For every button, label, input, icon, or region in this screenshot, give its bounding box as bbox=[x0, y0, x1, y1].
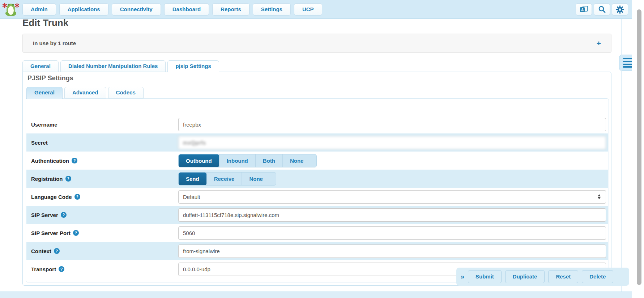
field-label: Transport bbox=[31, 266, 56, 272]
search-icon[interactable] bbox=[594, 3, 610, 16]
field-label-cell: Transport? bbox=[26, 266, 178, 272]
form-action-bar: » SubmitDuplicateResetDelete bbox=[456, 268, 629, 286]
expand-plus-icon[interactable]: + bbox=[597, 39, 601, 48]
form-row-secret: Secret bbox=[26, 133, 608, 152]
scrollbar-thumb[interactable] bbox=[637, 9, 641, 285]
field-control-cell: OutboundInboundBothNone bbox=[178, 154, 608, 167]
subtab-general[interactable]: General bbox=[26, 87, 63, 99]
form-row-language-code: Language Code?Default bbox=[26, 188, 608, 206]
subtab-advanced[interactable]: Advanced bbox=[64, 87, 106, 98]
field-label-cell: SIP Server Port? bbox=[26, 230, 178, 236]
field-control-cell bbox=[178, 136, 608, 149]
language-icon[interactable]: A bbox=[576, 3, 592, 16]
field-label-cell: Secret bbox=[26, 140, 178, 146]
form-row-username: Username bbox=[26, 115, 608, 133]
field-label: Context bbox=[31, 248, 51, 254]
nav-item-dashboard[interactable]: Dashboard bbox=[164, 3, 209, 16]
authentication-option-outbound[interactable]: Outbound bbox=[179, 154, 219, 167]
usage-panel[interactable]: In use by 1 route + bbox=[22, 34, 611, 53]
action-buttons: SubmitDuplicateResetDelete bbox=[468, 270, 613, 283]
list-icon bbox=[623, 58, 632, 68]
language-code-select[interactable]: Default bbox=[178, 190, 606, 204]
nav-item-connectivity[interactable]: Connectivity bbox=[112, 3, 161, 16]
field-label: SIP Server Port bbox=[31, 230, 71, 236]
field-label: Username bbox=[31, 122, 57, 128]
authentication-toggle-group: OutboundInboundBothNone bbox=[178, 154, 317, 167]
toggle-group-pad bbox=[270, 173, 276, 185]
nav-icon-buttons: A bbox=[576, 3, 628, 16]
field-control-cell: SendReceiveNone bbox=[178, 172, 608, 186]
top-navbar: AdminApplicationsConnectivityDashboardRe… bbox=[0, 0, 632, 19]
help-icon[interactable]: ? bbox=[74, 194, 80, 200]
field-label-cell: Username bbox=[26, 122, 178, 128]
page-footer bbox=[0, 291, 632, 298]
help-icon[interactable]: ? bbox=[73, 230, 79, 236]
tab-dialed-number-manipulation-rules[interactable]: Dialed Number Manipulation Rules bbox=[60, 60, 166, 72]
field-label-cell: Registration? bbox=[26, 176, 178, 182]
page-title: Edit Trunk bbox=[22, 17, 68, 29]
field-label-cell: Language Code? bbox=[26, 194, 178, 200]
tab-pjsip-settings[interactable]: pjsip Settings bbox=[167, 60, 219, 72]
form-row-sip-server-port: SIP Server Port? bbox=[26, 224, 608, 242]
field-control-cell bbox=[178, 226, 608, 240]
usage-text: In use by 1 route bbox=[33, 40, 76, 46]
nav-item-applications[interactable]: Applications bbox=[59, 3, 108, 16]
context-input[interactable] bbox=[178, 244, 606, 258]
freepbx-frog-logo-icon[interactable] bbox=[3, 2, 19, 17]
nav-item-admin[interactable]: Admin bbox=[22, 3, 56, 16]
nav-item-reports[interactable]: Reports bbox=[212, 3, 250, 16]
gear-icon[interactable] bbox=[612, 3, 628, 16]
authentication-option-inbound[interactable]: Inbound bbox=[219, 154, 255, 167]
nav-item-ucp[interactable]: UCP bbox=[294, 3, 322, 16]
field-label: Authentication bbox=[31, 158, 69, 164]
field-control-cell: Default bbox=[178, 190, 608, 204]
help-icon[interactable]: ? bbox=[72, 158, 77, 163]
sip-server-input[interactable] bbox=[178, 208, 606, 222]
pjsip-general-tab-content: UsernameSecretAuthentication?OutboundInb… bbox=[26, 98, 609, 282]
field-label: Registration bbox=[31, 176, 63, 182]
authentication-option-both[interactable]: Both bbox=[255, 154, 282, 167]
registration-option-none[interactable]: None bbox=[242, 173, 270, 185]
registration-toggle-group: SendReceiveNone bbox=[178, 172, 276, 186]
field-label-cell: Authentication? bbox=[26, 158, 178, 164]
field-control-cell bbox=[178, 244, 608, 258]
svg-text:A: A bbox=[581, 8, 583, 12]
form-row-context: Context? bbox=[26, 242, 608, 260]
toggle-group-pad bbox=[311, 154, 316, 167]
pjsip-settings-panel: PJSIP Settings GeneralAdvancedCodecs Use… bbox=[22, 72, 611, 286]
tab-general[interactable]: General bbox=[22, 60, 59, 72]
pjsip-sub-tabs: GeneralAdvancedCodecs bbox=[26, 87, 144, 99]
select-value: Default bbox=[183, 194, 200, 200]
help-icon[interactable]: ? bbox=[65, 176, 71, 182]
field-label: Secret bbox=[31, 140, 48, 146]
help-icon[interactable]: ? bbox=[61, 212, 67, 218]
field-label-cell: SIP Server? bbox=[26, 212, 178, 218]
content-right-border bbox=[621, 19, 622, 291]
field-control-cell bbox=[178, 118, 608, 131]
field-label: Language Code bbox=[31, 194, 72, 200]
field-control-cell bbox=[178, 208, 608, 222]
help-icon[interactable]: ? bbox=[59, 266, 64, 272]
select-spinner-icon bbox=[598, 194, 601, 199]
field-label: SIP Server bbox=[31, 212, 58, 218]
submit-button[interactable]: Submit bbox=[468, 270, 502, 283]
registration-option-send[interactable]: Send bbox=[179, 173, 206, 185]
registration-option-receive[interactable]: Receive bbox=[206, 173, 242, 185]
delete-button[interactable]: Delete bbox=[582, 270, 613, 283]
sip-server-port-input[interactable] bbox=[178, 226, 606, 240]
field-label-cell: Context? bbox=[26, 248, 178, 254]
scrollbar-track bbox=[632, 0, 644, 298]
collapse-chevrons-icon[interactable]: » bbox=[461, 273, 464, 281]
subtab-codecs[interactable]: Codecs bbox=[108, 87, 144, 98]
form-row-authentication: Authentication?OutboundInboundBothNone bbox=[26, 152, 608, 170]
secret-input[interactable] bbox=[178, 136, 606, 149]
form-row-registration: Registration?SendReceiveNone bbox=[26, 170, 608, 188]
nav-menu: AdminApplicationsConnectivityDashboardRe… bbox=[22, 3, 322, 16]
reset-button[interactable]: Reset bbox=[548, 270, 578, 283]
nav-item-settings[interactable]: Settings bbox=[253, 3, 291, 16]
duplicate-button[interactable]: Duplicate bbox=[505, 270, 545, 283]
settings-form: UsernameSecretAuthentication?OutboundInb… bbox=[26, 115, 608, 278]
authentication-option-none[interactable]: None bbox=[282, 154, 311, 167]
help-icon[interactable]: ? bbox=[54, 248, 60, 254]
username-input[interactable] bbox=[178, 118, 606, 131]
